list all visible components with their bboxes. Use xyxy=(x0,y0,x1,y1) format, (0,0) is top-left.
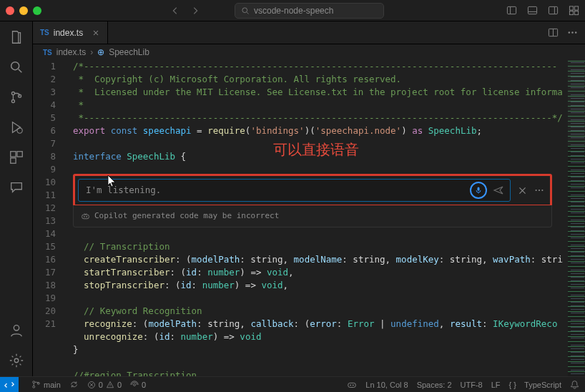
breadcrumb[interactable]: TS index.ts › ⊕ SpeechLib xyxy=(33,44,585,60)
command-center-search[interactable]: vscode-node-speech xyxy=(235,3,384,19)
line-number: 2 xyxy=(33,73,56,86)
more-icon[interactable] xyxy=(534,185,544,195)
svg-rect-34 xyxy=(348,383,356,387)
line-number: 8 xyxy=(33,150,56,163)
accounts-icon[interactable] xyxy=(6,320,26,340)
search-view-icon[interactable] xyxy=(6,57,26,77)
svg-rect-5 xyxy=(574,6,578,10)
zoom-window-dot[interactable] xyxy=(33,6,41,15)
svg-point-30 xyxy=(33,386,35,388)
eol-status[interactable]: LF xyxy=(491,381,501,389)
line-number: 9 xyxy=(33,163,56,176)
activity-bar xyxy=(0,21,33,376)
svg-point-27 xyxy=(84,216,85,217)
line-number: 18 xyxy=(33,279,56,292)
git-branch-name: main xyxy=(44,381,61,389)
title-bar: vscode-node-speech xyxy=(0,0,585,21)
line-number: 6 xyxy=(33,124,56,137)
extensions-icon[interactable] xyxy=(6,147,26,167)
inline-chat-input[interactable]: I'm listening. xyxy=(78,179,511,202)
explorer-icon[interactable] xyxy=(6,27,26,47)
command-center-placeholder: vscode-node-speech xyxy=(254,6,333,16)
line-number: 11 xyxy=(33,189,56,202)
svg-rect-13 xyxy=(10,152,15,157)
line-number: 14 xyxy=(33,227,56,240)
source-control-icon[interactable] xyxy=(6,87,26,107)
svg-point-0 xyxy=(242,7,247,12)
svg-point-10 xyxy=(11,99,14,102)
line-number: 4 xyxy=(33,99,56,112)
svg-rect-3 xyxy=(549,6,557,14)
minimize-window-dot[interactable] xyxy=(19,6,28,15)
svg-point-35 xyxy=(350,384,352,386)
code-editor[interactable]: 123456789101112131415161718192021 /*----… xyxy=(33,60,585,376)
layout-customize-icon[interactable] xyxy=(569,5,579,16)
status-bar: main 0 0 0 Ln 10, Col 8 Spaces: 2 UTF-8 … xyxy=(0,376,585,392)
tab-close-icon[interactable] xyxy=(92,29,100,37)
svg-point-16 xyxy=(14,325,19,330)
send-icon[interactable] xyxy=(493,185,504,196)
run-debug-icon[interactable] xyxy=(6,117,26,137)
microphone-icon[interactable] xyxy=(470,182,487,199)
svg-rect-1 xyxy=(507,6,516,14)
svg-point-36 xyxy=(353,384,354,386)
symbol-type-icon: ⊕ xyxy=(97,47,104,57)
svg-point-21 xyxy=(575,31,576,33)
line-number: 7 xyxy=(33,137,56,150)
remote-indicator[interactable] xyxy=(0,377,19,393)
layout-sidebar-right-icon[interactable] xyxy=(548,5,559,16)
breadcrumb-symbol: SpeechLib xyxy=(109,47,149,57)
chat-icon[interactable] xyxy=(6,177,26,197)
svg-point-33 xyxy=(134,383,136,386)
svg-point-29 xyxy=(33,381,35,383)
cursor-position[interactable]: Ln 10, Col 8 xyxy=(365,381,408,389)
indentation-status[interactable]: Spaces: 2 xyxy=(417,381,452,389)
svg-point-8 xyxy=(11,62,19,70)
breadcrumb-file: index.ts xyxy=(56,47,86,57)
svg-rect-14 xyxy=(16,152,21,157)
git-branch-status[interactable]: main xyxy=(31,380,61,389)
line-number: 13 xyxy=(33,215,56,227)
more-actions-icon[interactable] xyxy=(567,27,578,38)
copilot-status-icon[interactable] xyxy=(347,380,357,390)
line-number: 19 xyxy=(33,292,56,305)
line-number: 1 xyxy=(33,60,56,73)
line-number: 15 xyxy=(33,240,56,253)
settings-gear-icon[interactable] xyxy=(6,351,26,371)
layout-panel-icon[interactable] xyxy=(527,5,538,16)
line-number-gutter: 123456789101112131415161718192021 xyxy=(33,60,66,376)
language-mode-status[interactable]: { } TypeScript xyxy=(509,381,561,389)
svg-point-25 xyxy=(541,190,543,191)
minimap[interactable] xyxy=(568,60,585,376)
svg-point-23 xyxy=(536,190,537,191)
tab-index-ts[interactable]: TS index.ts xyxy=(33,21,108,44)
encoding-status[interactable]: UTF-8 xyxy=(461,381,483,389)
svg-point-24 xyxy=(539,190,540,191)
typescript-file-icon: TS xyxy=(40,29,49,36)
notifications-icon[interactable] xyxy=(570,380,579,389)
svg-rect-6 xyxy=(569,11,573,14)
nav-forward-icon[interactable] xyxy=(190,6,200,16)
close-icon[interactable] xyxy=(518,186,527,195)
layout-sidebar-left-icon[interactable] xyxy=(506,5,517,16)
nav-back-icon[interactable] xyxy=(170,6,180,16)
svg-rect-4 xyxy=(569,6,573,10)
svg-rect-7 xyxy=(574,11,578,14)
ports-status[interactable]: 0 xyxy=(130,381,146,389)
problems-status[interactable]: 0 0 xyxy=(87,381,122,389)
split-editor-icon[interactable] xyxy=(548,27,559,38)
inline-chat-placeholder: I'm listening. xyxy=(86,184,466,197)
typescript-file-icon: TS xyxy=(43,49,52,57)
line-number: 5 xyxy=(33,112,56,124)
line-number: 17 xyxy=(33,266,56,279)
svg-rect-15 xyxy=(10,158,15,163)
svg-point-20 xyxy=(571,31,573,33)
inline-chat-panel: I'm listening. xyxy=(73,174,552,207)
svg-rect-22 xyxy=(478,187,480,191)
line-number: 20 xyxy=(33,305,56,318)
line-number: 16 xyxy=(33,253,56,266)
svg-point-19 xyxy=(569,31,570,33)
sync-status[interactable] xyxy=(69,380,79,389)
close-window-dot[interactable] xyxy=(6,6,14,15)
line-number: 12 xyxy=(33,202,56,215)
